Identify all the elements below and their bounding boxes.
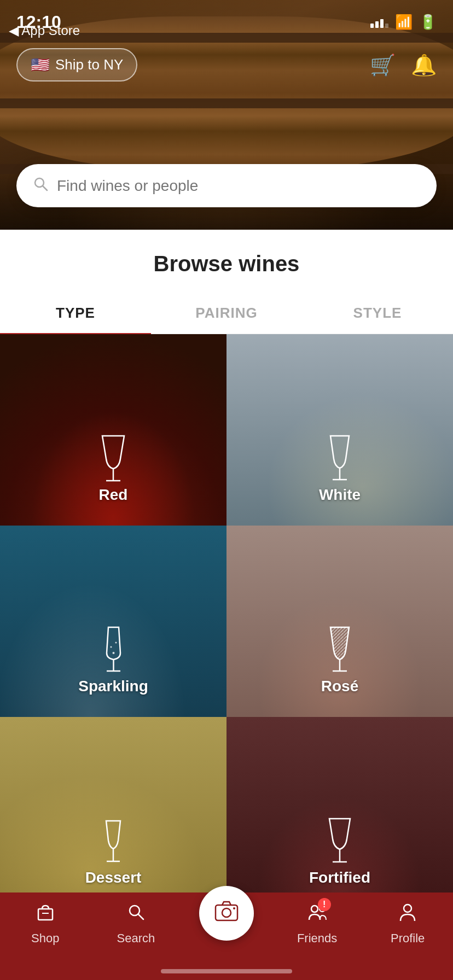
svg-point-25 <box>311 906 318 912</box>
rose-wine-glass-icon <box>321 623 359 678</box>
nav-camera[interactable] <box>181 886 272 941</box>
fortified-wine-glass-icon <box>321 814 359 869</box>
nav-profile[interactable]: Profile <box>362 901 453 946</box>
tab-type[interactable]: TYPE <box>0 293 151 334</box>
red-wine-glass-icon <box>94 431 132 486</box>
wine-type-grid: Red White <box>0 334 453 892</box>
wine-type-fortified[interactable]: Fortified <box>226 717 453 892</box>
flag-icon: 🇺🇸 <box>31 56 50 74</box>
friends-label: Friends <box>297 931 337 946</box>
search-input[interactable] <box>57 177 420 195</box>
white-wine-content: White <box>226 334 453 526</box>
browse-title: Browse wines <box>0 230 453 293</box>
rose-wine-content: Rosé <box>226 526 453 717</box>
header-controls: 🇺🇸 Ship to NY 🛒 🔔 <box>0 48 453 81</box>
rose-wine-label: Rosé <box>321 678 358 695</box>
svg-point-9 <box>110 646 112 648</box>
home-indicator <box>161 969 292 973</box>
header-right-icons: 🛒 🔔 <box>370 53 437 77</box>
main-content: Browse wines TYPE PAIRING STYLE Red <box>0 230 453 892</box>
svg-rect-18 <box>38 909 53 920</box>
svg-point-23 <box>222 908 231 917</box>
tab-style[interactable]: STYLE <box>302 293 453 334</box>
shop-icon <box>35 901 56 927</box>
search-icon <box>33 176 48 195</box>
wifi-icon: 📶 <box>395 14 413 31</box>
search-container <box>16 164 437 207</box>
signal-icon <box>370 16 388 28</box>
white-wine-label: White <box>319 486 361 504</box>
dessert-wine-glass-icon <box>94 814 132 869</box>
svg-point-10 <box>115 642 117 644</box>
sparkling-wine-content: Sparkling <box>0 526 226 717</box>
sparkling-wine-glass-icon <box>98 623 129 678</box>
search-nav-icon <box>125 901 146 927</box>
battery-icon: 🔋 <box>419 14 437 31</box>
fortified-wine-content: Fortified <box>226 717 453 892</box>
svg-point-24 <box>233 907 235 909</box>
tab-pairing[interactable]: PAIRING <box>151 293 302 334</box>
fortified-wine-label: Fortified <box>309 869 370 886</box>
red-wine-content: Red <box>0 334 226 526</box>
white-wine-glass-icon <box>321 431 359 486</box>
app-store-back[interactable]: ◀ App Store <box>9 23 80 38</box>
sparkling-wine-label: Sparkling <box>78 678 148 695</box>
tabs-bar: TYPE PAIRING STYLE <box>0 293 453 334</box>
ship-to-label: Ship to NY <box>55 56 123 73</box>
nav-friends[interactable]: ! Friends <box>272 901 363 946</box>
svg-point-8 <box>112 652 114 654</box>
svg-point-27 <box>404 905 411 912</box>
nav-shop[interactable]: Shop <box>0 901 91 946</box>
camera-icon <box>213 897 240 929</box>
wine-type-rose[interactable]: Rosé <box>226 526 453 717</box>
profile-icon <box>397 901 418 927</box>
profile-label: Profile <box>391 931 425 946</box>
dessert-wine-label: Dessert <box>85 869 142 886</box>
camera-button[interactable] <box>199 886 254 941</box>
cart-icon[interactable]: 🛒 <box>370 53 396 77</box>
svg-line-21 <box>138 914 143 919</box>
ship-to-button[interactable]: 🇺🇸 Ship to NY <box>16 48 137 81</box>
shop-label: Shop <box>31 931 59 946</box>
notification-icon[interactable]: 🔔 <box>411 53 437 77</box>
wine-type-dessert[interactable]: Dessert <box>0 717 226 892</box>
dessert-wine-content: Dessert <box>0 717 226 892</box>
status-icons: 📶 🔋 <box>370 14 437 31</box>
bottom-nav: Shop Search <box>0 892 453 980</box>
wine-type-white[interactable]: White <box>226 334 453 526</box>
search-bar[interactable] <box>16 164 437 207</box>
svg-line-1 <box>43 186 47 190</box>
friends-icon: ! <box>307 901 328 927</box>
wine-type-sparkling[interactable]: Sparkling <box>0 526 226 717</box>
nav-search[interactable]: Search <box>91 901 182 946</box>
wine-type-red[interactable]: Red <box>0 334 226 526</box>
svg-point-26 <box>320 906 325 912</box>
search-label: Search <box>117 931 155 946</box>
red-wine-label: Red <box>99 486 128 504</box>
